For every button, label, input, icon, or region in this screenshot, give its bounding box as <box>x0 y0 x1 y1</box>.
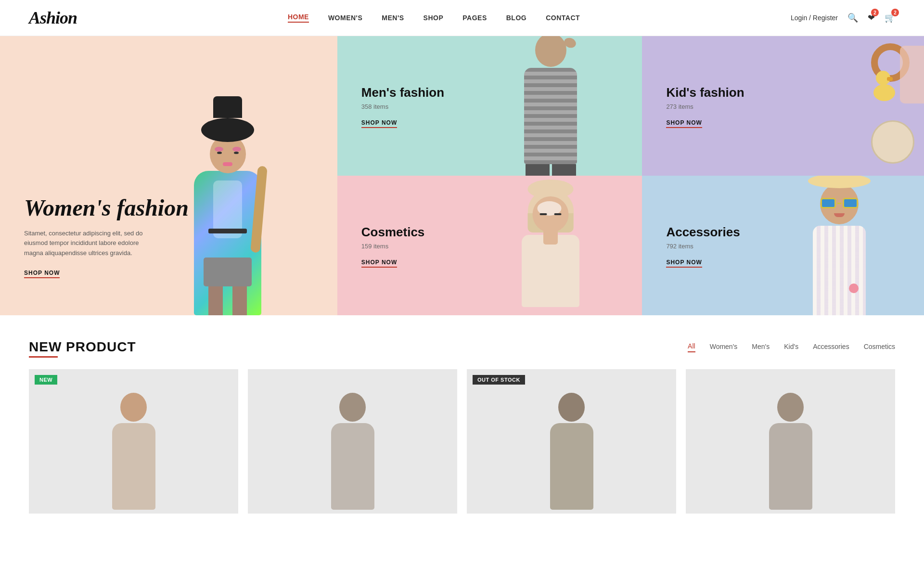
mens-panel: Men's fashion 358 items SHOP NOW <box>337 36 642 176</box>
cosmetics-title: Cosmetics <box>361 225 618 240</box>
search-icon[interactable]: 🔍 <box>847 13 858 23</box>
product-visual-3 <box>467 369 676 514</box>
main-nav: HOME WOMEN'S MEN'S SHOP PAGES BLOG CONTA… <box>288 13 580 23</box>
product-card[interactable] <box>248 369 457 514</box>
womens-shop-now[interactable]: SHOP NOW <box>24 270 60 278</box>
cosmetics-shop-now[interactable]: SHOP NOW <box>361 259 397 268</box>
new-product-section: NEW PRODUCT All Women's Men's Kid's Acce… <box>0 315 924 528</box>
filter-all[interactable]: All <box>688 342 695 352</box>
filter-womens[interactable]: Women's <box>710 343 738 352</box>
section-title: NEW PRODUCT <box>29 339 136 355</box>
accessories-panel: Accessories 792 items SHOP NOW <box>642 176 924 315</box>
out-of-stock-badge: OUT OF STOCK <box>473 375 525 385</box>
product-visual-2 <box>248 369 457 514</box>
cosmetics-content: Cosmetics 159 items SHOP NOW <box>361 225 618 266</box>
filter-tabs: All Women's Men's Kid's Accessories Cosm… <box>688 342 895 352</box>
mens-shop-now[interactable]: SHOP NOW <box>361 119 397 128</box>
accessories-content: Accessories 792 items SHOP NOW <box>666 225 900 266</box>
nav-womens[interactable]: WOMEN'S <box>328 14 362 22</box>
product-card[interactable] <box>686 369 895 514</box>
cosmetics-count: 159 items <box>361 243 618 250</box>
wishlist-icon[interactable]: ❤ 2 <box>868 13 875 23</box>
login-register-link[interactable]: Login / Register <box>791 14 838 22</box>
cart-badge: 2 <box>891 9 899 16</box>
filter-cosmetics[interactable]: Cosmetics <box>864 343 895 352</box>
filter-accessories[interactable]: Accessories <box>813 343 849 352</box>
product-card[interactable]: OUT OF STOCK <box>467 369 676 514</box>
cosmetics-panel: Cosmetics 159 items SHOP NOW <box>337 176 642 315</box>
kids-content: Kid's fashion 273 items SHOP NOW <box>666 85 900 127</box>
section-header: NEW PRODUCT All Women's Men's Kid's Acce… <box>29 339 895 355</box>
womens-content: Women's fashion Sitamet, consectetur adi… <box>24 195 313 277</box>
hero-section: Women's fashion Sitamet, consectetur adi… <box>0 36 924 315</box>
accessories-count: 792 items <box>666 243 900 250</box>
kids-title: Kid's fashion <box>666 85 900 100</box>
products-row: NEW OUT OF STOCK <box>29 369 895 514</box>
header: Ashion HOME WOMEN'S MEN'S SHOP PAGES BLO… <box>0 0 924 36</box>
nav-home[interactable]: HOME <box>288 13 309 23</box>
filter-kids[interactable]: Kid's <box>784 343 798 352</box>
mens-count: 358 items <box>361 103 618 110</box>
nav-contact[interactable]: CONTACT <box>546 14 580 22</box>
new-badge: NEW <box>35 375 57 385</box>
womens-title: Women's fashion <box>24 195 313 221</box>
kids-shop-now[interactable]: SHOP NOW <box>666 119 702 128</box>
nav-mens[interactable]: MEN'S <box>382 14 404 22</box>
filter-mens[interactable]: Men's <box>752 343 770 352</box>
womens-description: Sitamet, consectetur adipiscing elit, se… <box>24 229 159 258</box>
nav-shop[interactable]: SHOP <box>424 14 444 22</box>
cart-icon[interactable]: 🛒 2 <box>885 13 895 23</box>
accessories-shop-now[interactable]: SHOP NOW <box>666 259 702 268</box>
logo[interactable]: Ashion <box>29 8 77 28</box>
accessories-title: Accessories <box>666 225 900 240</box>
mens-content: Men's fashion 358 items SHOP NOW <box>361 85 618 127</box>
kids-panel: Kid's fashion 273 items SHOP NOW <box>642 36 924 176</box>
nav-pages[interactable]: PAGES <box>462 14 487 22</box>
nav-blog[interactable]: BLOG <box>506 14 526 22</box>
mens-title: Men's fashion <box>361 85 618 100</box>
wishlist-badge: 2 <box>871 9 879 16</box>
kids-count: 273 items <box>666 103 900 110</box>
product-visual-4 <box>686 369 895 514</box>
product-visual-1 <box>29 369 238 514</box>
product-card[interactable]: NEW <box>29 369 238 514</box>
womens-panel: Women's fashion Sitamet, consectetur adi… <box>0 36 337 315</box>
header-actions: Login / Register 🔍 ❤ 2 🛒 2 <box>791 13 895 23</box>
